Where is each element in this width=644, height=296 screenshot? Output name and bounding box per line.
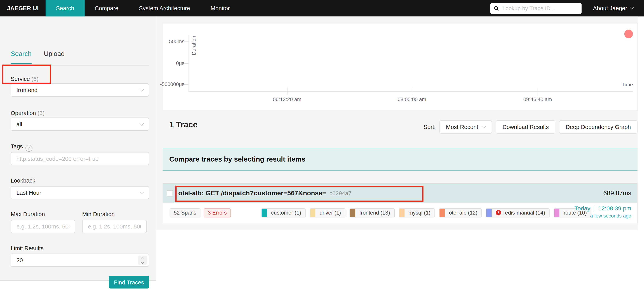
trace-title: otel-alb: GET /dispatch?customer=567&non… bbox=[178, 189, 352, 197]
max-duration-label: Max Duration bbox=[10, 211, 45, 217]
find-traces-button[interactable]: Find Traces bbox=[109, 276, 149, 288]
min-duration-input[interactable] bbox=[88, 223, 141, 230]
operation-label: Operation (3) bbox=[10, 110, 44, 116]
sort-label: Sort: bbox=[424, 124, 436, 130]
service-label: Service (6) bbox=[10, 76, 38, 82]
x-tick bbox=[287, 88, 288, 95]
service-badge-label: driver (1) bbox=[316, 209, 345, 217]
help-circle-icon[interactable]: ? bbox=[25, 145, 32, 152]
max-duration-input[interactable] bbox=[16, 223, 70, 230]
chevron-down-icon bbox=[139, 190, 144, 194]
service-badge[interactable]: driver (1) bbox=[310, 208, 346, 217]
chevron-down-icon bbox=[482, 124, 486, 129]
chevron-down-icon bbox=[139, 87, 144, 92]
lookback-label: Lookback bbox=[10, 177, 35, 184]
trace-lookup-input[interactable] bbox=[502, 5, 578, 12]
compare-banner-text: Compare traces by selecting result items bbox=[169, 155, 306, 163]
service-color-swatch bbox=[399, 209, 404, 217]
jaeger-ui-page: JAEGER UI Search Compare System Architec… bbox=[0, 0, 644, 296]
lookback-select-value: Last Hour bbox=[16, 189, 42, 196]
x-tick bbox=[412, 88, 412, 95]
trace-time: 12:08:39 pm bbox=[598, 205, 631, 212]
about-jaeger-menu[interactable]: About Jaeger bbox=[593, 5, 634, 12]
trace-lookup-box[interactable] bbox=[490, 3, 582, 14]
service-select[interactable]: frontend bbox=[10, 83, 149, 97]
y-tick bbox=[184, 42, 188, 42]
min-duration-wrap bbox=[82, 220, 147, 233]
error-icon: ! bbox=[496, 210, 501, 215]
service-color-swatch bbox=[440, 209, 445, 217]
trace-result-item: otel-alb: GET /dispatch?customer=567&non… bbox=[162, 183, 637, 223]
service-badge-label: otel-alb (12) bbox=[445, 209, 482, 217]
sort-select[interactable]: Most Recent bbox=[440, 120, 492, 133]
trace-result-details: 52 Spans 3 Errors customer (1) driver (1… bbox=[163, 203, 637, 223]
service-color-swatch bbox=[554, 209, 560, 217]
limit-results-input[interactable] bbox=[16, 257, 144, 264]
tags-input[interactable] bbox=[16, 155, 144, 162]
nav-tab-system-architecture[interactable]: System Architecture bbox=[129, 0, 200, 17]
service-select-value: frontend bbox=[16, 87, 38, 93]
service-color-swatch bbox=[262, 209, 267, 217]
compare-banner: Compare traces by selecting result items bbox=[162, 148, 637, 171]
stepper-down-icon[interactable] bbox=[141, 260, 144, 264]
results-count: 1 Trace bbox=[169, 120, 198, 129]
y-tick-label: 0μs bbox=[148, 61, 184, 66]
service-count: (6) bbox=[32, 76, 38, 82]
service-badge[interactable]: !redis-manual (14) bbox=[486, 208, 550, 217]
trace-result-header[interactable]: otel-alb: GET /dispatch?customer=567&non… bbox=[163, 184, 637, 203]
number-stepper[interactable] bbox=[138, 255, 147, 264]
search-sidebar: Search Upload Service (6) frontend Opera… bbox=[0, 17, 156, 281]
trace-duration: 689.87ms bbox=[604, 189, 637, 197]
limit-results-wrap bbox=[10, 254, 149, 267]
limit-results-label: Limit Results bbox=[10, 245, 44, 252]
x-tick-label: 08:00:00 am bbox=[387, 97, 436, 102]
tags-label: Tags? bbox=[10, 143, 32, 152]
tab-upload[interactable]: Upload bbox=[44, 50, 64, 64]
trace-id: c6294a7 bbox=[329, 190, 351, 196]
trace-scatter-point[interactable] bbox=[624, 30, 633, 38]
y-tick bbox=[184, 63, 188, 64]
timestamp-divider bbox=[594, 205, 594, 212]
download-results-button[interactable]: Download Results bbox=[496, 120, 555, 133]
stepper-up-icon[interactable] bbox=[141, 256, 144, 260]
x-axis-line bbox=[188, 91, 633, 92]
nav-tab-compare[interactable]: Compare bbox=[84, 0, 129, 17]
nav-right-group: About Jaeger bbox=[490, 0, 644, 17]
x-tick bbox=[538, 88, 538, 95]
service-badges: customer (1) driver (1) frontend (13) my… bbox=[261, 208, 591, 217]
y-axis-title: Duration bbox=[191, 36, 197, 55]
y-tick-label: 500ms bbox=[148, 39, 184, 44]
service-color-swatch bbox=[486, 209, 492, 217]
service-color-swatch bbox=[310, 209, 316, 217]
y-tick bbox=[184, 84, 188, 85]
error-count-badge: 3 Errors bbox=[204, 208, 231, 217]
service-color-swatch bbox=[350, 209, 355, 217]
chevron-down-icon bbox=[630, 5, 634, 10]
nav-tab-monitor[interactable]: Monitor bbox=[200, 0, 240, 17]
trace-select-checkbox[interactable] bbox=[167, 190, 173, 196]
nav-tab-search[interactable]: Search bbox=[46, 0, 84, 17]
span-count-badge: 52 Spans bbox=[170, 208, 200, 217]
trace-date: Today bbox=[574, 205, 590, 212]
chevron-down-icon bbox=[139, 121, 144, 126]
tab-search[interactable]: Search bbox=[10, 50, 32, 64]
lookback-select[interactable]: Last Hour bbox=[10, 186, 149, 199]
sidebar-tabs: Search Upload bbox=[10, 50, 64, 64]
operation-select[interactable]: all bbox=[10, 118, 149, 131]
results-toolbar: Sort: Most Recent Download Results Deep … bbox=[424, 120, 637, 133]
trace-timestamp: Today 12:08:39 pm a few seconds ago bbox=[574, 205, 631, 219]
service-badge-label: customer (1) bbox=[267, 209, 305, 217]
service-badge[interactable]: mysql (1) bbox=[398, 208, 435, 217]
tags-input-wrap bbox=[10, 152, 149, 165]
x-axis-title: Time bbox=[622, 82, 633, 88]
app-logo: JAEGER UI bbox=[0, 0, 46, 17]
service-badge-label: !redis-manual (14) bbox=[492, 209, 549, 217]
service-badge-label: mysql (1) bbox=[404, 209, 434, 217]
service-badge[interactable]: customer (1) bbox=[261, 208, 306, 217]
service-badge[interactable]: otel-alb (12) bbox=[439, 208, 482, 217]
deep-dependency-graph-button[interactable]: Deep Dependency Graph bbox=[559, 120, 637, 133]
y-tick-label: -500000μs bbox=[148, 82, 184, 87]
service-badge[interactable]: frontend (13) bbox=[350, 208, 394, 217]
max-duration-wrap bbox=[10, 220, 75, 233]
duration-scatter-chart: Duration 500ms 0μs -500000μs 06:13:20 am… bbox=[162, 23, 637, 111]
